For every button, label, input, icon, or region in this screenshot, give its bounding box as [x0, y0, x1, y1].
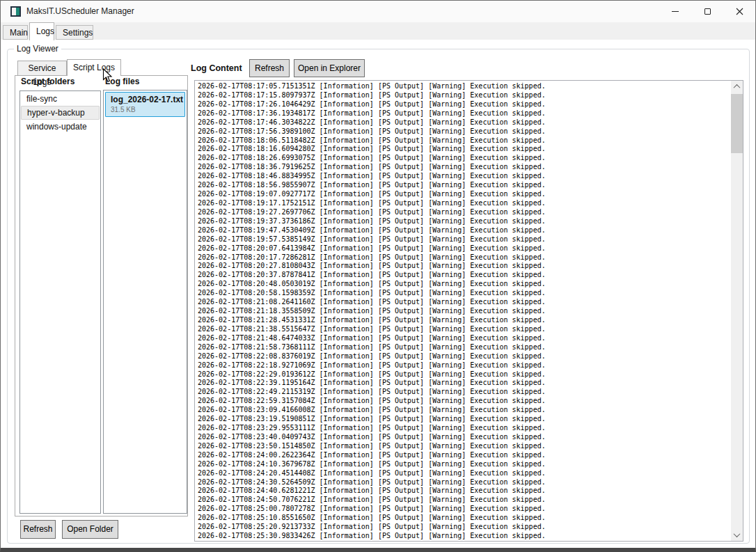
log-line: 2026-02-17T08:23:50.1514850Z [Informatio… — [198, 442, 730, 451]
log-file-item[interactable]: log_2026-02-17.txt31.5 KB — [105, 92, 185, 117]
log-line: 2026-02-17T08:19:17.1752151Z [Informatio… — [198, 199, 730, 208]
log-line: 2026-02-17T08:24:30.5264509Z [Informatio… — [198, 478, 730, 487]
scroll-down-button[interactable] — [731, 529, 743, 541]
log-line: 2026-02-17T08:17:46.3034822Z [Informatio… — [198, 118, 730, 127]
tab-main[interactable]: Main — [3, 25, 28, 40]
log-content-textbox[interactable]: 2026-02-17T08:17:05.7151351Z [Informatio… — [194, 80, 743, 542]
log-content-label: Log Content — [191, 63, 242, 73]
log-line: 2026-02-17T08:22:18.9271069Z [Informatio… — [198, 361, 730, 370]
log-line: 2026-02-17T08:18:46.8834995Z [Informatio… — [198, 172, 730, 181]
scrollbar-thumb[interactable] — [731, 94, 743, 153]
log-line: 2026-02-17T08:20:48.0503019Z [Informatio… — [198, 280, 730, 289]
tab-settings[interactable]: Settings — [56, 25, 93, 40]
log-line: 2026-02-17T08:25:30.9833426Z [Informatio… — [198, 532, 730, 541]
window-title: MaksIT.UScheduler Manager — [26, 1, 134, 22]
log-line: 2026-02-17T08:25:20.9213733Z [Informatio… — [198, 523, 730, 532]
log-line: 2026-02-17T08:22:59.3157084Z [Informatio… — [198, 397, 730, 406]
close-button[interactable] — [723, 1, 755, 22]
log-line: 2026-02-17T08:23:29.9553111Z [Informatio… — [198, 424, 730, 433]
chevron-up-icon — [734, 84, 741, 91]
log-line: 2026-02-17T08:20:07.6413984Z [Informatio… — [198, 244, 730, 253]
log-line: 2026-02-17T08:17:36.1934817Z [Informatio… — [198, 109, 730, 118]
log-line: 2026-02-17T08:24:50.7076221Z [Informatio… — [198, 496, 730, 505]
log-line: 2026-02-17T08:18:56.9855907Z [Informatio… — [198, 181, 730, 190]
log-line: 2026-02-17T08:17:56.3989100Z [Informatio… — [198, 127, 730, 136]
log-line: 2026-02-17T08:22:08.8376019Z [Informatio… — [198, 352, 730, 361]
log-text: 2026-02-17T08:17:05.7151351Z [Informatio… — [198, 82, 730, 541]
log-line: 2026-02-17T08:22:29.0193612Z [Informatio… — [198, 370, 730, 379]
close-icon — [736, 8, 743, 15]
log-line: 2026-02-17T08:22:39.1195164Z [Informatio… — [198, 379, 730, 388]
log-file-size: 31.5 KB — [111, 106, 181, 113]
tab-logs[interactable]: Logs — [29, 22, 54, 40]
script-folders-list[interactable]: file-synchyper-v-backupwindows-update — [19, 90, 101, 514]
log-line: 2026-02-17T08:21:48.6474033Z [Informatio… — [198, 334, 730, 343]
scroll-up-button[interactable] — [731, 81, 743, 93]
log-line: 2026-02-17T08:17:05.7151351Z [Informatio… — [198, 82, 730, 91]
log-line: 2026-02-17T08:21:28.4531331Z [Informatio… — [198, 316, 730, 325]
log-line: 2026-02-17T08:18:26.6993075Z [Informatio… — [198, 154, 730, 163]
log-line: 2026-02-17T08:25:00.7807278Z [Informatio… — [198, 505, 730, 514]
mouse-cursor-icon — [102, 68, 113, 84]
log-line: 2026-02-17T08:23:09.4166008Z [Informatio… — [198, 406, 730, 415]
log-file-name: log_2026-02-17.txt — [111, 95, 181, 104]
main-tabstrip: Main Logs Settings — [1, 22, 755, 40]
refresh-log-button[interactable]: Refresh — [249, 59, 290, 77]
open-folder-button[interactable]: Open Folder — [62, 520, 118, 539]
folder-item[interactable]: windows-update — [21, 120, 100, 134]
app-icon — [10, 6, 21, 17]
folder-item[interactable]: file-sync — [21, 92, 100, 106]
log-line: 2026-02-17T08:19:37.3736186Z [Informatio… — [198, 217, 730, 226]
log-line: 2026-02-17T08:17:15.8097937Z [Informatio… — [198, 91, 730, 100]
maximize-button[interactable] — [691, 1, 723, 22]
tab-script-logs[interactable]: Script Logs — [67, 59, 121, 76]
tab-service-logs[interactable]: Service Logs — [17, 61, 67, 76]
chevron-down-icon — [734, 530, 741, 537]
log-line: 2026-02-17T08:22:49.2115319Z [Informatio… — [198, 388, 730, 397]
log-line: 2026-02-17T08:20:27.8108043Z [Informatio… — [198, 262, 730, 271]
log-line: 2026-02-17T08:19:47.4530409Z [Informatio… — [198, 226, 730, 235]
log-line: 2026-02-17T08:23:40.0409743Z [Informatio… — [198, 433, 730, 442]
log-line: 2026-02-17T08:20:58.1598359Z [Informatio… — [198, 289, 730, 298]
log-line: 2026-02-17T08:18:16.6094280Z [Informatio… — [198, 145, 730, 154]
refresh-folders-button[interactable]: Refresh — [20, 520, 56, 539]
minimize-icon — [672, 11, 679, 12]
log-line: 2026-02-17T08:24:10.3679678Z [Informatio… — [198, 460, 730, 469]
open-in-explorer-button[interactable]: Open in Explorer — [294, 59, 365, 77]
log-line: 2026-02-17T08:17:26.1046429Z [Informatio… — [198, 100, 730, 109]
log-line: 2026-02-17T08:18:06.5118482Z [Informatio… — [198, 136, 730, 145]
window-controls — [659, 1, 755, 22]
log-line: 2026-02-17T08:18:36.7919625Z [Informatio… — [198, 163, 730, 172]
log-line: 2026-02-17T08:24:40.6281221Z [Informatio… — [198, 487, 730, 496]
log-line: 2026-02-17T08:19:57.5385149Z [Informatio… — [198, 235, 730, 244]
log-files-list[interactable]: log_2026-02-17.txt31.5 KB — [103, 90, 187, 514]
log-viewer-label: Log Viewer — [14, 44, 61, 54]
log-line: 2026-02-17T08:21:58.7368111Z [Informatio… — [198, 343, 730, 352]
log-line: 2026-02-17T08:20:37.8787841Z [Informatio… — [198, 271, 730, 280]
log-line: 2026-02-17T08:20:17.7286281Z [Informatio… — [198, 253, 730, 262]
log-line: 2026-02-17T08:21:08.2641160Z [Informatio… — [198, 298, 730, 307]
vertical-scrollbar[interactable] — [731, 81, 743, 541]
maximize-icon — [704, 8, 711, 15]
log-line: 2026-02-17T08:19:27.2697706Z [Informatio… — [198, 208, 730, 217]
log-line: 2026-02-17T08:19:07.0927717Z [Informatio… — [198, 190, 730, 199]
log-line: 2026-02-17T08:24:20.4514408Z [Informatio… — [198, 469, 730, 478]
title-bar: MaksIT.UScheduler Manager — [1, 1, 755, 22]
log-line: 2026-02-17T08:25:10.8551650Z [Informatio… — [198, 514, 730, 523]
log-line: 2026-02-17T08:21:38.5515647Z [Informatio… — [198, 325, 730, 334]
log-line: 2026-02-17T08:23:19.5190851Z [Informatio… — [198, 415, 730, 424]
folder-item[interactable]: hyper-v-backup — [21, 106, 100, 120]
log-line: 2026-02-17T08:21:18.3558509Z [Informatio… — [198, 307, 730, 316]
log-line: 2026-02-17T08:24:00.2622364Z [Informatio… — [198, 451, 730, 460]
minimize-button[interactable] — [659, 1, 691, 22]
app-window: MaksIT.UScheduler Manager Main Logs Sett… — [0, 0, 756, 552]
